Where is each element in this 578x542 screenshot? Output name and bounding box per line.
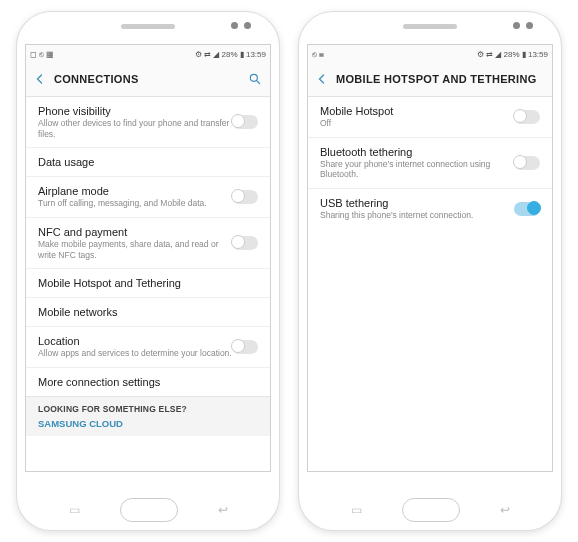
row-hotspot-tethering[interactable]: Mobile Hotspot and Tethering <box>26 268 270 297</box>
row-sub: Allow other devices to find your phone a… <box>38 118 232 139</box>
phone-right: ⎋ ▦ ⚙ ⇄ ◢ 28% ▮ 13:59 MOBILE HOTSPOT AND… <box>299 12 561 530</box>
header: CONNECTIONS <box>26 62 270 96</box>
toggle[interactable] <box>232 115 258 129</box>
row-sub: Off <box>320 118 514 129</box>
row-location[interactable]: Location Allow apps and services to dete… <box>26 326 270 367</box>
recent-key-icon[interactable]: ▭ <box>351 503 362 517</box>
row-sub: Make mobile payments, share data, and re… <box>38 239 232 260</box>
status-bar: ⎋ ▦ ⚙ ⇄ ◢ 28% ▮ 13:59 <box>308 45 552 62</box>
row-usb-tethering[interactable]: USB tethering Sharing this phone's inter… <box>308 188 552 229</box>
hardware-buttons: ▭ ↩ <box>299 498 561 522</box>
toggle[interactable] <box>232 236 258 250</box>
settings-list: Phone visibility Allow other devices to … <box>26 96 270 471</box>
row-label: Location <box>38 335 232 347</box>
row-airplane-mode[interactable]: Airplane mode Turn off calling, messagin… <box>26 176 270 217</box>
phone-sensors <box>513 22 533 29</box>
screen: ⎋ ▦ ⚙ ⇄ ◢ 28% ▮ 13:59 MOBILE HOTSPOT AND… <box>307 44 553 472</box>
status-right: ⚙ ⇄ ◢ 28% ▮ 13:59 <box>195 50 266 59</box>
row-label: Mobile networks <box>38 306 258 318</box>
row-nfc[interactable]: NFC and payment Make mobile payments, sh… <box>26 217 270 268</box>
hardware-buttons: ▭ ↩ <box>17 498 279 522</box>
row-label: Mobile Hotspot and Tethering <box>38 277 258 289</box>
footer-link[interactable]: SAMSUNG CLOUD <box>38 418 258 429</box>
row-mobile-networks[interactable]: Mobile networks <box>26 297 270 326</box>
page-title: CONNECTIONS <box>54 73 139 85</box>
status-left: ⎋ ▦ <box>312 50 324 59</box>
row-label: USB tethering <box>320 197 514 209</box>
screen: ◻ ⎋ ▦ ⚙ ⇄ ◢ 28% ▮ 13:59 CONNECTIONS Phon… <box>25 44 271 472</box>
back-key-icon[interactable]: ↩ <box>500 503 510 517</box>
row-label: Phone visibility <box>38 105 232 117</box>
phone-left: ◻ ⎋ ▦ ⚙ ⇄ ◢ 28% ▮ 13:59 CONNECTIONS Phon… <box>17 12 279 530</box>
phone-speaker <box>403 24 457 29</box>
svg-point-0 <box>250 74 257 81</box>
status-right: ⚙ ⇄ ◢ 28% ▮ 13:59 <box>477 50 548 59</box>
row-sub: Allow apps and services to determine you… <box>38 348 232 359</box>
back-icon[interactable] <box>34 73 46 85</box>
row-label: Airplane mode <box>38 185 232 197</box>
footer-heading: LOOKING FOR SOMETHING ELSE? <box>38 404 258 414</box>
back-icon[interactable] <box>316 73 328 85</box>
toggle[interactable] <box>514 110 540 124</box>
search-icon[interactable] <box>248 72 262 86</box>
row-label: Bluetooth tethering <box>320 146 514 158</box>
row-phone-visibility[interactable]: Phone visibility Allow other devices to … <box>26 96 270 147</box>
status-left: ◻ ⎋ ▦ <box>30 50 54 59</box>
row-bluetooth-tethering[interactable]: Bluetooth tethering Share your phone's i… <box>308 137 552 188</box>
row-more-connection[interactable]: More connection settings <box>26 367 270 396</box>
home-button[interactable] <box>402 498 460 522</box>
page-title: MOBILE HOTSPOT AND TETHERING <box>336 73 537 85</box>
row-sub: Turn off calling, messaging, and Mobile … <box>38 198 232 209</box>
toggle[interactable] <box>232 190 258 204</box>
row-label: Data usage <box>38 156 258 168</box>
phone-speaker <box>121 24 175 29</box>
row-label: Mobile Hotspot <box>320 105 514 117</box>
footer-card: LOOKING FOR SOMETHING ELSE? SAMSUNG CLOU… <box>26 396 270 436</box>
header: MOBILE HOTSPOT AND TETHERING <box>308 62 552 96</box>
row-sub: Sharing this phone's internet connection… <box>320 210 514 221</box>
row-label: NFC and payment <box>38 226 232 238</box>
toggle[interactable] <box>514 202 540 216</box>
toggle[interactable] <box>232 340 258 354</box>
home-button[interactable] <box>120 498 178 522</box>
phone-sensors <box>231 22 251 29</box>
row-label: More connection settings <box>38 376 258 388</box>
recent-key-icon[interactable]: ▭ <box>69 503 80 517</box>
settings-list: Mobile Hotspot Off Bluetooth tethering S… <box>308 96 552 471</box>
back-key-icon[interactable]: ↩ <box>218 503 228 517</box>
row-sub: Share your phone's internet connection u… <box>320 159 514 180</box>
toggle[interactable] <box>514 156 540 170</box>
status-bar: ◻ ⎋ ▦ ⚙ ⇄ ◢ 28% ▮ 13:59 <box>26 45 270 62</box>
row-mobile-hotspot[interactable]: Mobile Hotspot Off <box>308 96 552 137</box>
row-data-usage[interactable]: Data usage <box>26 147 270 176</box>
